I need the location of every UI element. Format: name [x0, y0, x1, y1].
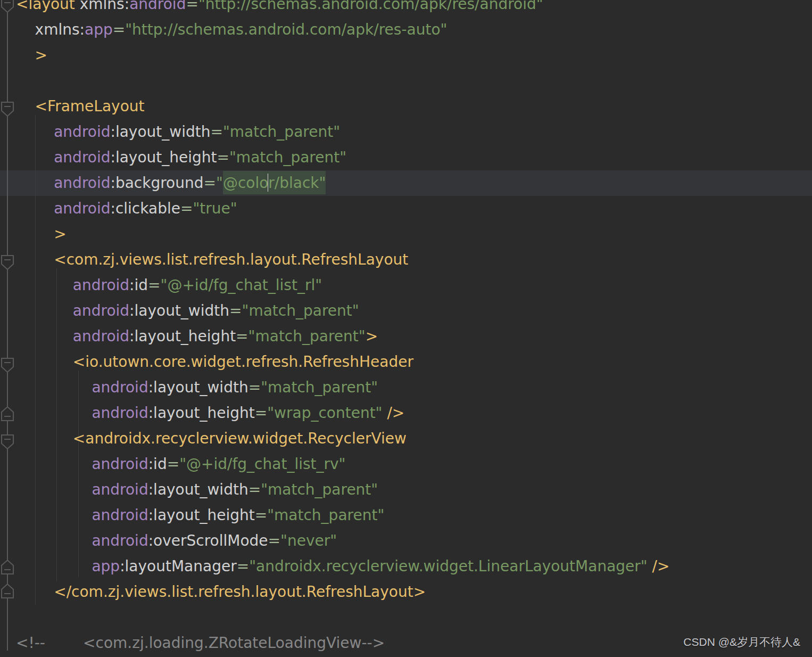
code-token: android — [16, 276, 129, 294]
code-token: = — [237, 557, 249, 575]
code-token: :layout_height — [148, 506, 255, 524]
code-token: :background — [110, 174, 203, 192]
code-line[interactable]: android:layout_height="match_parent"> — [0, 324, 812, 349]
code-token: = — [229, 302, 242, 319]
code-token: > — [366, 327, 378, 345]
code-token: = — [148, 276, 160, 294]
code-token: "match_parent" — [242, 302, 359, 319]
code-token: "match_parent" — [248, 327, 366, 345]
code-token: :id — [129, 276, 148, 294]
code-token: android — [16, 379, 148, 396]
code-token: "http://schemas.android.com/apk/res/andr… — [198, 0, 543, 13]
code-line[interactable]: android:layout_width="match_parent" — [0, 375, 812, 400]
code-token: :layout_width — [129, 302, 229, 319]
code-token: = — [113, 21, 125, 38]
code-token: > — [16, 225, 67, 243]
code-token: android — [16, 302, 129, 319]
code-token: android — [16, 149, 110, 166]
code-token: :layout_width — [148, 379, 248, 396]
xml-code-editor[interactable]: <layout xmlns:android="http://schemas.an… — [0, 0, 812, 657]
code-token: "match_parent" — [261, 379, 378, 396]
code-line[interactable]: <FrameLayout — [0, 94, 812, 119]
code-line[interactable]: > — [0, 221, 812, 247]
code-line[interactable]: android:clickable="true" — [0, 196, 812, 221]
code-token: "wrap_content" — [267, 404, 382, 422]
code-token: "match_parent" — [267, 506, 384, 524]
code-line[interactable]: android:overScrollMode="never" — [0, 528, 812, 554]
code-token: = — [210, 123, 222, 141]
code-token: = — [217, 149, 229, 166]
code-token: = — [180, 200, 193, 217]
code-token: "match_parent" — [229, 149, 346, 166]
code-token: android — [129, 0, 186, 13]
code-token: " — [216, 174, 223, 192]
code-token: app — [85, 21, 113, 38]
code-area[interactable]: <layout xmlns:android="http://schemas.an… — [0, 0, 812, 656]
code-token: app — [16, 557, 120, 575]
code-line[interactable]: android:layout_width="match_parent" — [0, 119, 812, 145]
code-token: "androidx.recyclerview.widget.LinearLayo… — [249, 557, 648, 575]
code-token: android — [16, 481, 148, 498]
code-token: android — [16, 327, 129, 345]
code-token: "true" — [193, 200, 237, 217]
code-token: android — [16, 455, 148, 473]
code-token: = — [167, 455, 179, 473]
code-token: :clickable — [110, 200, 180, 217]
code-line[interactable] — [0, 605, 812, 630]
code-token: android — [16, 404, 148, 422]
code-line[interactable]: <layout xmlns:android="http://schemas.an… — [0, 0, 812, 17]
code-line[interactable]: <io.utown.core.widget.refresh.RefreshHea… — [0, 349, 812, 375]
code-token: <!-- <com.zj.loading.ZRotateLoadingView-… — [16, 634, 385, 652]
code-line[interactable] — [0, 68, 812, 94]
code-line[interactable]: xmlns:app="http://schemas.android.com/ap… — [0, 17, 812, 43]
code-line[interactable]: android:layout_width="match_parent" — [0, 298, 812, 324]
code-line[interactable]: android:layout_width="match_parent" — [0, 477, 812, 503]
code-line[interactable]: android:layout_height="wrap_content" /> — [0, 400, 812, 426]
code-token: :layout_height — [110, 149, 217, 166]
code-token: "@+id/fg_chat_list_rl" — [161, 276, 322, 294]
code-token: android — [16, 200, 110, 217]
code-line[interactable]: android:layout_height="match_parent" — [0, 145, 812, 170]
code-token: :layout_height — [148, 404, 255, 422]
code-token: /> — [383, 404, 405, 422]
code-token: = — [236, 327, 248, 345]
code-token: "match_parent" — [261, 481, 378, 498]
code-token: > — [16, 46, 47, 64]
watermark: CSDN @&岁月不待人& — [683, 635, 800, 650]
code-token: /> — [648, 557, 670, 575]
code-token: :overScrollMode — [148, 532, 268, 549]
code-token: :layout_width — [148, 481, 248, 498]
code-token: xmlns: — [16, 21, 85, 38]
code-line[interactable]: android:background="@color/black" — [0, 170, 812, 196]
code-token: :id — [148, 455, 167, 473]
code-line[interactable]: > — [0, 43, 812, 68]
code-token: = — [255, 506, 267, 524]
code-token: android — [16, 532, 148, 549]
code-line[interactable]: </com.zj.views.list.refresh.layout.Refre… — [0, 579, 812, 605]
code-token: "http://schemas.android.com/apk/res-auto… — [125, 21, 447, 38]
code-line[interactable]: android:id="@+id/fg_chat_list_rl" — [0, 273, 812, 298]
code-token: = — [204, 174, 216, 192]
code-token: :layoutManager — [120, 557, 237, 575]
code-token: = — [248, 481, 261, 498]
code-token: </com.zj.views.list.refresh.layout.Refre… — [16, 583, 426, 601]
code-token: = — [186, 0, 198, 13]
code-token: = — [268, 532, 280, 549]
code-token: android — [16, 174, 110, 192]
code-token: <io.utown.core.widget.refresh.RefreshHea… — [16, 353, 413, 371]
code-token: xmlns: — [80, 0, 129, 13]
code-token: :layout_width — [110, 123, 210, 141]
code-token: "never" — [280, 532, 337, 549]
code-line[interactable]: <com.zj.views.list.refresh.layout.Refres… — [0, 247, 812, 273]
code-line[interactable]: android:id="@+id/fg_chat_list_rv" — [0, 451, 812, 477]
code-line[interactable]: android:layout_height="match_parent" — [0, 503, 812, 528]
code-token: android — [16, 506, 148, 524]
code-token: <com.zj.views.list.refresh.layout.Refres… — [16, 251, 408, 268]
code-line[interactable]: <androidx.recyclerview.widget.RecyclerVi… — [0, 426, 812, 451]
code-token: <FrameLayout — [16, 97, 145, 115]
code-line[interactable]: app:layoutManager="androidx.recyclerview… — [0, 554, 812, 579]
code-token: = — [255, 404, 267, 422]
code-token: android — [16, 123, 110, 141]
code-token: "match_parent" — [223, 123, 340, 141]
code-token: = — [248, 379, 261, 396]
